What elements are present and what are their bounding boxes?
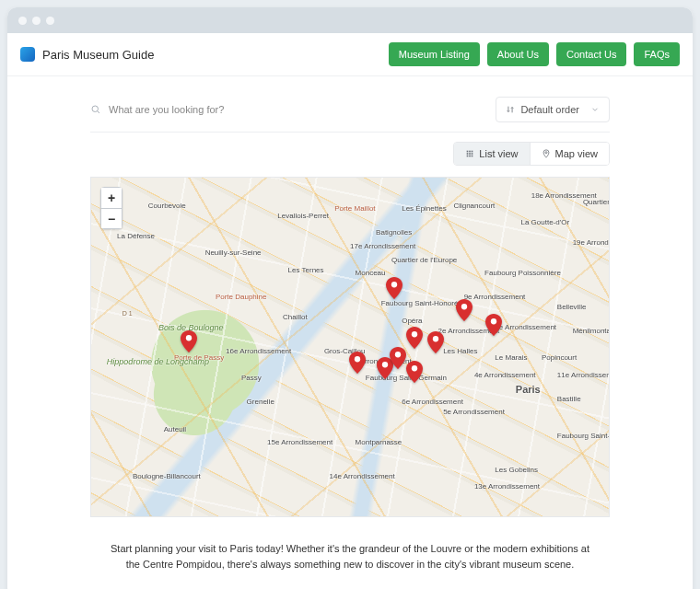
promo-blurb: Start planning your visit to Paris today… (90, 541, 610, 572)
map-label: Chaillot (283, 313, 308, 321)
map-label: Porte Dauphine (216, 293, 267, 301)
list-view-button[interactable]: List view (454, 143, 529, 165)
svg-rect-5 (467, 153, 469, 155)
svg-point-18 (433, 336, 438, 341)
search-icon (90, 104, 101, 115)
map-pin-icon (542, 149, 551, 158)
map-label: Montparnasse (356, 438, 402, 446)
map-label: Porte Maillot (334, 204, 375, 213)
search-wrap (90, 104, 496, 115)
map-label: 17e Arrondissement (350, 242, 415, 250)
map-label: Batignolles (376, 228, 412, 237)
map-label: Courbevoie (148, 202, 186, 210)
map-pin[interactable] (349, 352, 366, 374)
map-label: Faubourg Saint-Antoine (557, 432, 610, 440)
map-label: 19e Arrondissement (573, 238, 610, 247)
map-label: Les Ternes (288, 266, 324, 274)
map-label: Monceau (356, 269, 386, 277)
map-label: 11e Arrondissement (557, 371, 610, 379)
svg-point-17 (412, 331, 417, 337)
zoom-in-button[interactable]: + (101, 188, 122, 208)
brand-logo-icon (20, 47, 35, 62)
search-input[interactable] (109, 104, 496, 115)
map-label: La Défense (117, 232, 155, 240)
svg-point-21 (412, 365, 417, 371)
svg-point-11 (544, 152, 546, 154)
map-label: D 1 (122, 310, 133, 317)
map-pin[interactable] (181, 330, 197, 352)
map-label: Les Épinettes (402, 204, 446, 213)
search-sort-toolbar: Default order (90, 91, 610, 133)
map-label: 6e Arrondissement (402, 398, 463, 406)
map-pin[interactable] (456, 299, 472, 321)
page-content: Default order List view Map view + − (7, 76, 693, 589)
svg-point-12 (185, 335, 191, 341)
map-label: Quartier de l'Europe (391, 256, 457, 264)
map-view-button[interactable]: Map view (530, 143, 609, 165)
map-label: Ménilmontant (573, 327, 610, 335)
zoom-controls: + − (100, 187, 122, 229)
view-toggle-row: List view Map view (90, 142, 610, 166)
map-label: 16e Arrondissement (226, 347, 291, 355)
map-label: 4e Arrondissement (474, 371, 536, 379)
svg-point-13 (391, 283, 397, 288)
map-label: 9e Arrondissement (464, 293, 526, 301)
map-pin[interactable] (406, 361, 423, 383)
svg-rect-6 (470, 153, 472, 155)
svg-rect-9 (470, 156, 472, 157)
map-label: Neuilly-sur-Seine (205, 248, 262, 257)
browser-frame: Paris Museum Guide Museum Listing About … (7, 7, 693, 589)
map-label: 14e Arrondissement (330, 472, 395, 480)
map-canvas[interactable]: + − Paris Courbevoie La Défense Levalloi… (90, 177, 610, 517)
sort-icon (506, 105, 515, 114)
map-pin[interactable] (390, 347, 406, 369)
window-dot (32, 17, 41, 25)
map-label: Faubourg Saint-Honoré (381, 299, 459, 307)
sort-dropdown[interactable]: Default order (496, 97, 610, 122)
nav-about-us[interactable]: About Us (487, 42, 549, 66)
site-header: Paris Museum Guide Museum Listing About … (7, 33, 693, 76)
map-label: Hippodrome de Longchamp (107, 357, 209, 366)
map-label: Les Gobelins (495, 466, 538, 474)
map-label: Les Halles (443, 347, 477, 355)
primary-nav: Museum Listing About Us Contact Us FAQs (389, 42, 680, 66)
map-pin[interactable] (406, 327, 423, 349)
map-label: 3e Arrondissement (495, 323, 556, 331)
map-label: 5e Arrondissement (443, 408, 505, 416)
map-pin[interactable] (386, 277, 402, 299)
svg-point-20 (491, 318, 496, 324)
map-label: Passy (241, 374, 262, 382)
nav-contact-us[interactable]: Contact Us (556, 42, 626, 66)
window-dot (46, 17, 54, 25)
map-pin[interactable] (485, 314, 502, 336)
brand-title: Paris Museum Guide (42, 48, 154, 62)
window-dot (18, 17, 27, 25)
svg-rect-8 (467, 156, 469, 157)
brand[interactable]: Paris Museum Guide (20, 47, 154, 62)
svg-rect-4 (472, 151, 473, 153)
chevron-down-icon (590, 105, 600, 114)
map-label: Faubourg Poissonnière (484, 269, 561, 277)
window-controls (7, 7, 693, 33)
svg-point-19 (461, 304, 466, 309)
map-label: Opéra (402, 317, 422, 325)
svg-point-14 (355, 357, 360, 363)
map-label-paris: Paris (516, 384, 541, 395)
map-label: 13e Arrondissement (474, 482, 540, 491)
zoom-out-button[interactable]: − (101, 208, 122, 228)
map-label: Porte de Passy (174, 353, 224, 362)
map-pin[interactable] (427, 331, 444, 353)
svg-rect-7 (472, 153, 473, 155)
nav-faqs[interactable]: FAQs (634, 42, 680, 66)
map-label: Popincourt (542, 353, 577, 362)
map-view-label: Map view (555, 148, 598, 159)
map-label: Grenelle (247, 398, 274, 406)
nav-museum-listing[interactable]: Museum Listing (389, 42, 480, 66)
map-label: Belleville (557, 303, 587, 311)
map-label: Quartier de la Chapelle (583, 198, 610, 206)
map-label: La Goutte-d'Or (520, 218, 569, 226)
map-label: 15e Arrondissement (267, 438, 332, 446)
svg-rect-2 (467, 151, 469, 153)
list-view-label: List view (479, 148, 518, 159)
map-label: 18e Arrondissement (531, 191, 597, 200)
